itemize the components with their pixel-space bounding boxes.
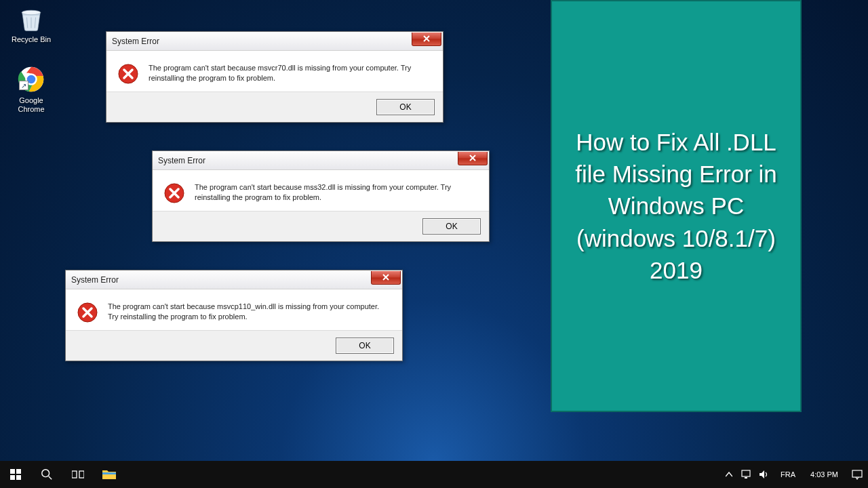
dialog-message: The program can't start because msvcr70.…	[149, 63, 432, 85]
dialog-footer: OK	[66, 330, 402, 361]
dialog-footer: OK	[153, 211, 489, 241]
close-icon	[423, 35, 430, 42]
svg-rect-9	[16, 469, 21, 474]
close-icon	[469, 155, 476, 161]
start-button[interactable]	[0, 461, 31, 488]
taskbar-time: 4:03 PM	[810, 470, 838, 479]
search-button[interactable]	[31, 461, 62, 488]
taskbar-app-file-explorer[interactable]	[94, 461, 125, 488]
task-view-icon	[72, 470, 84, 479]
ok-button[interactable]: OK	[376, 99, 435, 115]
taskbar: FRA 4:03 PM	[0, 461, 868, 488]
error-icon	[77, 302, 98, 323]
dialog-title: System Error	[71, 275, 119, 285]
dialog-title: System Error	[158, 156, 205, 165]
tray-chevron-up-icon[interactable]	[724, 469, 734, 480]
dialog-titlebar[interactable]: System Error	[66, 270, 402, 289]
error-icon	[117, 63, 139, 85]
svg-rect-18	[745, 477, 747, 479]
action-center-button[interactable]	[849, 469, 861, 480]
svg-rect-15	[79, 471, 84, 478]
taskbar-clock[interactable]: 4:03 PM	[806, 470, 842, 479]
svg-rect-8	[10, 469, 15, 474]
chrome-icon: ↗	[17, 65, 45, 94]
ok-button[interactable]: OK	[422, 218, 481, 235]
dialog-titlebar[interactable]: System Error	[106, 32, 443, 51]
file-explorer-icon	[102, 469, 116, 480]
dialog-body: The program can't start because msvcp110…	[66, 289, 402, 330]
search-icon	[41, 468, 53, 481]
dialog-footer: OK	[106, 92, 443, 122]
ok-button[interactable]: OK	[336, 338, 394, 354]
dialog-body: The program can't start because mss32.dl…	[153, 170, 489, 211]
system-tray: FRA 4:03 PM	[717, 461, 868, 488]
tray-volume-icon[interactable]	[759, 469, 770, 480]
info-panel: How to Fix All .DLL file Missing Error i…	[551, 0, 802, 412]
desktop-icon-label: Google Chrome	[7, 96, 56, 114]
svg-rect-16	[102, 472, 116, 474]
close-button[interactable]	[412, 33, 441, 46]
svg-rect-17	[742, 470, 750, 476]
dialog-titlebar[interactable]: System Error	[153, 151, 489, 170]
svg-rect-11	[16, 475, 21, 480]
close-button[interactable]	[458, 152, 488, 165]
tray-network-icon[interactable]	[741, 469, 752, 480]
desktop-icon-label: Recycle Bin	[7, 35, 56, 44]
error-dialog[interactable]: System Error The program can't start bec…	[65, 270, 403, 361]
notification-icon	[852, 469, 863, 480]
dialog-title: System Error	[112, 37, 159, 46]
close-icon	[382, 274, 389, 281]
svg-rect-10	[10, 475, 15, 480]
svg-rect-14	[72, 471, 77, 478]
language-indicator[interactable]: FRA	[776, 470, 800, 479]
windows-icon	[10, 469, 21, 480]
error-dialog[interactable]: System Error The program can't start bec…	[152, 150, 490, 242]
svg-point-12	[42, 470, 50, 477]
dialog-message: The program can't start because mss32.dl…	[195, 182, 478, 204]
svg-line-13	[49, 476, 52, 480]
svg-point-0	[22, 10, 41, 15]
dialog-message: The program can't start because msvcp110…	[108, 302, 391, 323]
error-icon	[163, 182, 185, 204]
error-dialog[interactable]: System Error The program can't start bec…	[106, 31, 443, 123]
dialog-body: The program can't start because msvcr70.…	[106, 51, 443, 92]
recycle-bin-icon	[17, 4, 45, 33]
desktop-icon-chrome[interactable]: ↗ Google Chrome	[7, 65, 56, 114]
info-panel-text: How to Fix All .DLL file Missing Error i…	[560, 126, 792, 286]
task-view-button[interactable]	[62, 461, 94, 488]
close-button[interactable]	[371, 271, 401, 285]
desktop-icon-recycle-bin[interactable]: Recycle Bin	[7, 4, 56, 44]
svg-rect-19	[852, 470, 862, 477]
